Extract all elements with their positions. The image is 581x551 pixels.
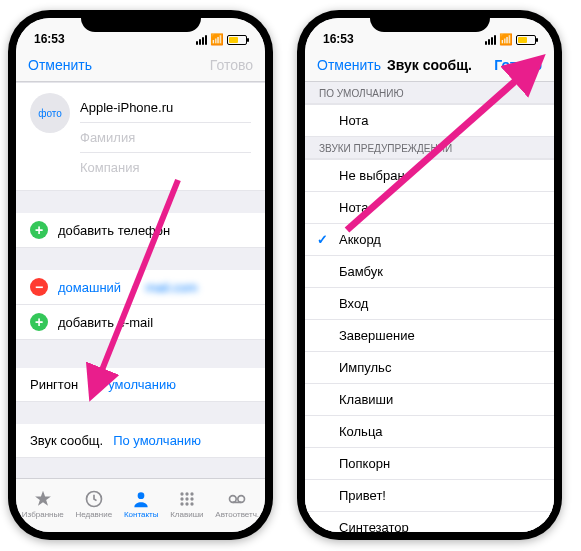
done-button[interactable]: Готово (494, 57, 542, 73)
ringtone-row[interactable]: Рингтон По умолчанию (16, 368, 265, 402)
svg-point-1 (138, 492, 145, 499)
svg-point-9 (185, 502, 188, 505)
svg-point-6 (185, 497, 188, 500)
svg-point-8 (180, 502, 183, 505)
tone-item[interactable]: Нота (305, 192, 554, 224)
tab-contacts[interactable]: Контакты (124, 489, 159, 519)
person-icon (130, 489, 152, 509)
email-label-home: домашний (58, 280, 121, 295)
last-name-field[interactable]: Фамилия (80, 123, 251, 153)
tone-list[interactable]: ПО УМОЛЧАНИЮ Нота ЗВУКИ ПРЕДУПРЕЖДЕНИЙ Н… (305, 82, 554, 532)
edit-contact-form: фото Apple-iPhone.ru Фамилия Компания + … (16, 82, 265, 478)
tone-item[interactable]: Вход (305, 288, 554, 320)
tone-label: Не выбран (339, 168, 405, 183)
default-section-header: ПО УМОЛЧАНИЮ (305, 82, 554, 104)
tone-item[interactable]: Кольца (305, 416, 554, 448)
checkmark-icon: ✓ (317, 232, 331, 247)
svg-point-3 (185, 492, 188, 495)
notch (81, 10, 201, 32)
screen-edit-contact: 16:53 📶 Отменить Готово фото Apple-iPhon… (16, 18, 265, 532)
status-time: 16:53 (34, 32, 65, 46)
screen-text-tone: 16:53 📶 Отменить Звук сообщ. Готово ПО У… (305, 18, 554, 532)
tone-label: Попкорн (339, 456, 390, 471)
text-tone-row[interactable]: Звук сообщ. По умолчанию (16, 424, 265, 458)
tone-item-default[interactable]: Нота (305, 104, 554, 137)
cancel-button[interactable]: Отменить (317, 57, 381, 73)
plus-icon: + (30, 221, 48, 239)
tab-favorites[interactable]: Избранные (22, 489, 64, 519)
done-button-disabled: Готово (210, 57, 253, 73)
tone-item[interactable]: Импульс (305, 352, 554, 384)
phone-right: 16:53 📶 Отменить Звук сообщ. Готово ПО У… (297, 10, 562, 540)
battery-icon (516, 35, 536, 45)
svg-point-5 (180, 497, 183, 500)
name-row: фото Apple-iPhone.ru Фамилия Компания (16, 82, 265, 191)
email-value: mail.com (145, 280, 197, 295)
text-tone-label: Звук сообщ. (30, 433, 103, 448)
status-indicators: 📶 (196, 33, 247, 46)
tone-label: Импульс (339, 360, 391, 375)
signal-icon (485, 35, 496, 45)
wifi-icon: 📶 (499, 33, 513, 46)
tone-item[interactable]: Привет! (305, 480, 554, 512)
tone-item[interactable]: ✓Аккорд (305, 224, 554, 256)
tone-label: Клавиши (339, 392, 393, 407)
tone-label: Привет! (339, 488, 386, 503)
svg-point-2 (180, 492, 183, 495)
svg-point-4 (190, 492, 193, 495)
star-icon (32, 489, 54, 509)
tab-voicemail[interactable]: Автоответч. (215, 489, 259, 519)
minus-icon: − (30, 278, 48, 296)
clock-icon (83, 489, 105, 509)
plus-icon: + (30, 313, 48, 331)
notch (370, 10, 490, 32)
tone-label: Вход (339, 296, 368, 311)
status-time: 16:53 (323, 32, 354, 46)
add-phone-row[interactable]: + добавить телефон (16, 213, 265, 248)
navbar: Отменить Готово (16, 48, 265, 82)
home-email-row[interactable]: − домашний › mail.com (16, 270, 265, 305)
add-email-row[interactable]: + добавить e-mail (16, 305, 265, 340)
add-phone-label: добавить телефон (58, 223, 170, 238)
svg-point-12 (238, 495, 245, 502)
phone-left: 16:53 📶 Отменить Готово фото Apple-iPhon… (8, 10, 273, 540)
tone-item[interactable]: Клавиши (305, 384, 554, 416)
svg-point-11 (230, 495, 237, 502)
tone-label: Нота (339, 200, 368, 215)
signal-icon (196, 35, 207, 45)
tone-item[interactable]: Синтезатор (305, 512, 554, 532)
tone-label: Бамбук (339, 264, 383, 279)
tone-label: Аккорд (339, 232, 381, 247)
tone-item[interactable]: Не выбран (305, 159, 554, 192)
tone-label: Завершение (339, 328, 415, 343)
wifi-icon: 📶 (210, 33, 224, 46)
ringtone-label: Рингтон (30, 377, 78, 392)
alert-tones-header: ЗВУКИ ПРЕДУПРЕЖДЕНИЙ (305, 137, 554, 159)
tone-item[interactable]: Попкорн (305, 448, 554, 480)
ringtone-value: По умолчанию (88, 377, 176, 392)
tab-bar: Избранные Недавние Контакты Клавиши Авто… (16, 478, 265, 532)
name-fields: Apple-iPhone.ru Фамилия Компания (80, 93, 251, 182)
text-tone-value: По умолчанию (113, 433, 201, 448)
first-name-field[interactable]: Apple-iPhone.ru (80, 93, 251, 123)
svg-point-7 (190, 497, 193, 500)
svg-point-10 (190, 502, 193, 505)
tab-keypad[interactable]: Клавиши (170, 489, 203, 519)
navbar: Отменить Звук сообщ. Готово (305, 48, 554, 82)
keypad-icon (176, 489, 198, 509)
tab-recents[interactable]: Недавние (75, 489, 112, 519)
cancel-button[interactable]: Отменить (28, 57, 92, 73)
tone-item[interactable]: Завершение (305, 320, 554, 352)
tone-item[interactable]: Бамбук (305, 256, 554, 288)
add-photo-button[interactable]: фото (30, 93, 70, 133)
tone-label: Кольца (339, 424, 383, 439)
company-field[interactable]: Компания (80, 153, 251, 182)
battery-icon (227, 35, 247, 45)
voicemail-icon (226, 489, 248, 509)
status-indicators: 📶 (485, 33, 536, 46)
tone-label: Синтезатор (339, 520, 409, 532)
add-email-label: добавить e-mail (58, 315, 153, 330)
